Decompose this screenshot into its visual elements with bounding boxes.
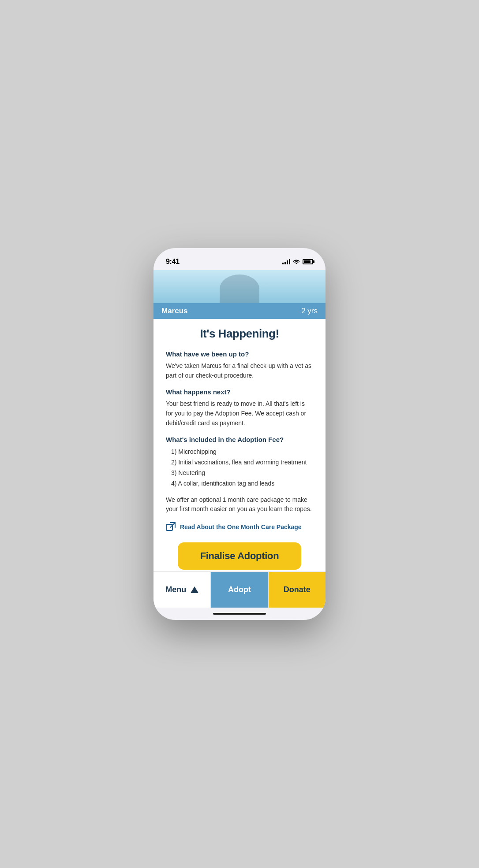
- section2-heading: What happens next?: [166, 388, 313, 396]
- page-title: It's Happening!: [166, 327, 313, 341]
- pet-info-bar: Marcus 2 yrs: [153, 303, 326, 319]
- wifi-icon: [293, 259, 300, 265]
- list-item: 3) Neutering: [171, 468, 313, 479]
- care-package-link-text: Read About the One Month Care Package: [180, 523, 302, 530]
- home-indicator: [153, 608, 326, 620]
- care-package-link[interactable]: Read About the One Month Care Package: [166, 522, 313, 532]
- list-item: 2) Initial vaccinations, flea and wormin…: [171, 457, 313, 468]
- pet-card: Marcus 2 yrs: [153, 270, 326, 319]
- adoption-fee-list: 1) Microchipping2) Initial vaccinations,…: [171, 447, 313, 489]
- home-bar: [213, 613, 266, 615]
- section1-text: We've taken Marcus for a final check-up …: [166, 361, 313, 380]
- tab-bar: Menu Adopt Donate: [153, 571, 326, 608]
- section3-heading: What's included in the Adoption Fee?: [166, 436, 313, 443]
- pet-age: 2 yrs: [301, 307, 318, 315]
- scroll-content[interactable]: Marcus 2 yrs It's Happening! What have w…: [153, 270, 326, 571]
- list-item: 1) Microchipping: [171, 447, 313, 457]
- pet-name: Marcus: [161, 307, 188, 315]
- status-time: 9:41: [166, 258, 180, 266]
- signal-icon: [282, 259, 290, 264]
- menu-label: Menu: [165, 585, 186, 594]
- care-package-text: We offer an optional 1 month care packag…: [166, 495, 313, 514]
- status-bar: 9:41: [153, 248, 326, 270]
- donate-label: Donate: [284, 585, 311, 594]
- phone-frame: 9:41: [153, 248, 326, 620]
- external-link-icon: [166, 522, 176, 532]
- battery-icon: [303, 259, 313, 264]
- main-content: It's Happening! What have we been up to?…: [153, 319, 326, 571]
- section2-text: Your best friend is ready to move in. Al…: [166, 399, 313, 428]
- pet-image: [153, 270, 326, 303]
- tab-donate[interactable]: Donate: [269, 572, 326, 608]
- list-item: 4) A collar, identification tag and lead…: [171, 479, 313, 489]
- menu-arrow-icon: [191, 586, 198, 593]
- status-icons: [282, 259, 313, 265]
- finalise-adoption-button[interactable]: Finalise Adoption: [178, 542, 301, 570]
- adopt-label: Adopt: [228, 585, 251, 594]
- tab-adopt[interactable]: Adopt: [211, 572, 268, 608]
- section1-heading: What have we been up to?: [166, 350, 313, 358]
- svg-rect-0: [166, 524, 172, 530]
- tab-menu[interactable]: Menu: [153, 572, 211, 608]
